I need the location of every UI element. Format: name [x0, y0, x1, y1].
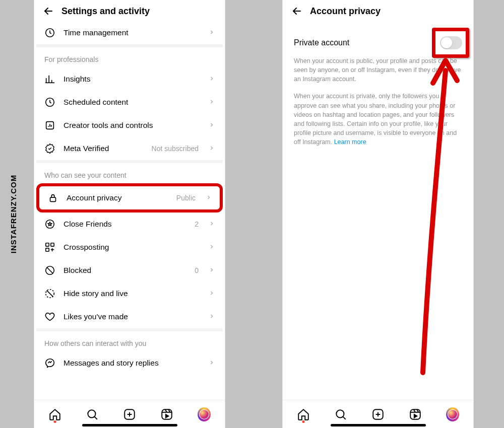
- back-arrow-icon[interactable]: [291, 5, 303, 17]
- svg-point-13: [336, 410, 344, 417]
- notification-dot-icon: [302, 420, 305, 423]
- lock-icon: [47, 192, 58, 203]
- row-label: Account privacy: [67, 193, 168, 202]
- clock-icon: [44, 97, 55, 108]
- clock-icon: [44, 27, 55, 38]
- chevron-right-icon: [209, 98, 215, 107]
- verified-badge-icon: [44, 143, 55, 154]
- hide-story-icon: [44, 288, 55, 299]
- row-label: Time management: [64, 28, 201, 37]
- chevron-right-icon: [209, 75, 215, 84]
- row-label: Hide story and live: [64, 289, 201, 298]
- row-label: Scheduled content: [64, 98, 201, 107]
- page-title: Account privacy: [310, 6, 381, 17]
- row-time-management[interactable]: Time management: [36, 21, 223, 44]
- blocked-icon: [44, 265, 55, 276]
- svg-rect-12: [162, 409, 172, 419]
- row-badge: 2: [195, 220, 199, 228]
- svg-point-4: [46, 220, 54, 229]
- nav-profile-icon[interactable]: [198, 408, 211, 421]
- private-account-row: Private account: [285, 21, 471, 56]
- chevron-right-icon: [209, 28, 215, 37]
- svg-rect-15: [410, 409, 420, 419]
- heart-icon: [44, 311, 55, 322]
- nav-search-icon[interactable]: [334, 408, 347, 421]
- privacy-description-public: When your account is public, your profil…: [285, 56, 471, 92]
- nav-search-icon[interactable]: [86, 408, 99, 421]
- row-label: Messages and story replies: [64, 359, 201, 368]
- star-circle-icon: [44, 219, 55, 230]
- nav-reels-icon[interactable]: [409, 408, 422, 421]
- watermark-text: INSTAFRENZY.COM: [9, 175, 18, 253]
- row-likes-made[interactable]: Likes you've made: [36, 305, 223, 328]
- row-label: Blocked: [64, 266, 186, 275]
- row-badge: Public: [176, 194, 196, 202]
- page-title: Settings and activity: [61, 6, 150, 17]
- nav-reels-icon[interactable]: [160, 408, 173, 421]
- row-close-friends[interactable]: Close Friends 2: [36, 212, 223, 236]
- row-insights[interactable]: Insights: [36, 67, 223, 91]
- chevron-right-icon: [209, 121, 215, 130]
- private-account-label: Private account: [294, 38, 349, 47]
- row-account-privacy[interactable]: Account privacy Public: [39, 186, 220, 209]
- privacy-description-private-text: When your account is private, only the f…: [294, 93, 457, 146]
- svg-point-10: [88, 410, 95, 417]
- header: Settings and activity: [36, 0, 223, 21]
- chevron-right-icon: [209, 266, 215, 275]
- learn-more-link[interactable]: Learn more: [334, 138, 366, 146]
- insights-icon: [44, 74, 55, 85]
- phone-account-privacy: Account privacy Private account When you…: [282, 0, 474, 428]
- back-arrow-icon[interactable]: [42, 5, 54, 17]
- row-label: Meta Verified: [64, 144, 144, 153]
- section-professionals-title: For professionals: [36, 47, 223, 67]
- section-interact-title: How others can interact with you: [36, 331, 223, 351]
- nav-profile-icon[interactable]: [446, 408, 459, 421]
- private-account-toggle[interactable]: [440, 36, 462, 49]
- row-crossposting[interactable]: Crossposting: [36, 236, 223, 259]
- chevron-right-icon: [209, 243, 215, 252]
- svg-rect-6: [51, 243, 54, 246]
- chevron-right-icon: [209, 312, 215, 321]
- highlight-account-privacy: Account privacy Public: [36, 183, 223, 212]
- nav-create-icon[interactable]: [123, 408, 136, 421]
- gesture-bar: [331, 424, 426, 426]
- row-label: Creator tools and controls: [64, 121, 201, 130]
- row-messages-story-replies[interactable]: Messages and story replies: [36, 351, 223, 375]
- svg-rect-3: [50, 197, 56, 201]
- gesture-bar: [82, 424, 177, 426]
- row-label: Crossposting: [64, 243, 201, 252]
- row-badge: Not subscribed: [152, 145, 199, 153]
- row-label: Likes you've made: [64, 312, 201, 321]
- row-hide-story[interactable]: Hide story and live: [36, 282, 223, 305]
- row-label: Close Friends: [64, 220, 186, 229]
- row-badge: 0: [195, 266, 199, 274]
- row-meta-verified[interactable]: Meta Verified Not subscribed: [36, 137, 223, 160]
- row-label: Insights: [64, 75, 201, 84]
- row-creator-tools[interactable]: Creator tools and controls: [36, 114, 223, 137]
- notification-dot-icon: [54, 420, 56, 423]
- row-scheduled-content[interactable]: Scheduled content: [36, 91, 223, 114]
- nav-create-icon[interactable]: [371, 408, 385, 421]
- chevron-right-icon: [206, 193, 212, 202]
- row-blocked[interactable]: Blocked 0: [36, 259, 223, 282]
- svg-rect-7: [46, 248, 49, 251]
- nav-home-icon[interactable]: [48, 408, 61, 421]
- section-visibility-title: Who can see your content: [36, 163, 223, 183]
- chevron-right-icon: [209, 359, 215, 368]
- chevron-right-icon: [209, 144, 215, 153]
- privacy-description-private: When your account is private, only the f…: [285, 92, 471, 155]
- messenger-icon: [44, 358, 55, 369]
- nav-home-icon[interactable]: [297, 408, 310, 421]
- crossposting-icon: [44, 242, 55, 253]
- creator-tools-icon: [44, 120, 55, 131]
- chevron-right-icon: [209, 220, 215, 229]
- phone-settings: Settings and activity Time management Fo…: [34, 0, 225, 428]
- header: Account privacy: [285, 0, 471, 21]
- svg-rect-5: [46, 243, 49, 246]
- chevron-right-icon: [209, 289, 215, 298]
